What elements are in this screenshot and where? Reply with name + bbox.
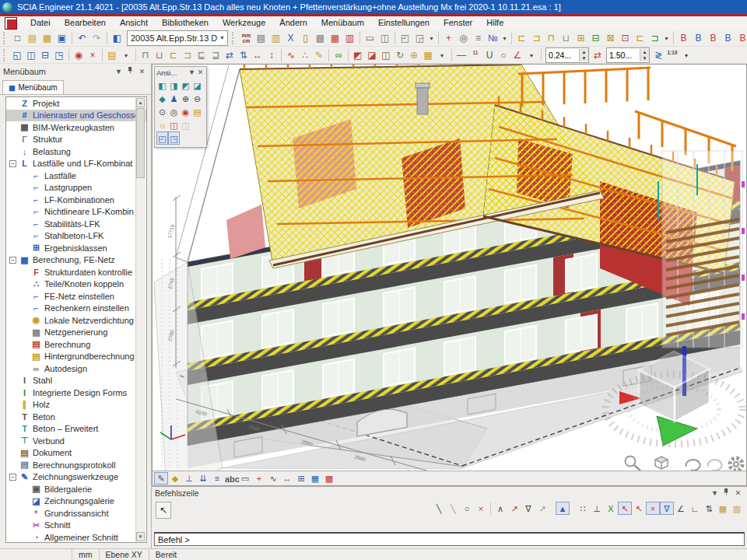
menu-werkzeuge[interactable]: Werkzeuge xyxy=(216,16,272,30)
tree-item-berechnung[interactable]: ▤Berechnung xyxy=(6,338,146,351)
angle-tool-button[interactable]: ∠ xyxy=(510,48,524,62)
snap-midpoint-button[interactable]: ∇ xyxy=(521,502,535,515)
swap-orientation-button[interactable]: ⇄ xyxy=(591,48,605,62)
zoom-window-button[interactable]: ⊙ xyxy=(156,105,168,118)
tree-item-stahlbeton-lfk[interactable]: ⌐Stahlbeton-LFK xyxy=(6,230,146,243)
snap-arc-button[interactable]: ○ xyxy=(460,502,474,515)
tree-item-teile-knoten-koppeln[interactable]: ∴Teile/Knoten koppeln xyxy=(6,278,146,291)
scroll-up-icon[interactable]: ▲ xyxy=(136,98,145,107)
tree-item-stahl[interactable]: IStahl xyxy=(6,375,146,387)
window-split-h-button[interactable]: ◫ xyxy=(24,48,38,62)
snap-bisect-button[interactable]: ∟ xyxy=(688,502,702,515)
open-project-button[interactable]: ▤ xyxy=(25,31,40,45)
tree-item-verbund[interactable]: ⊤Verbund xyxy=(6,435,146,447)
grid-button[interactable]: ⊞ xyxy=(294,472,308,485)
profile-u-button[interactable]: U xyxy=(482,48,496,62)
drag-handle[interactable] xyxy=(3,49,8,61)
track-cursor-button[interactable]: ▲ xyxy=(556,502,570,515)
save-as-button[interactable]: ▦ xyxy=(40,31,54,45)
results-table-button[interactable]: ▦ xyxy=(328,31,342,45)
binoculars-button[interactable]: ∞ xyxy=(331,48,345,62)
member-op-4-button[interactable]: ⊐ xyxy=(181,48,195,62)
fe-mesh-button[interactable]: ▩ xyxy=(313,31,328,45)
member-op-5-button[interactable]: ⊑ xyxy=(195,48,209,62)
frame-tool-10-button[interactable]: ⊐ xyxy=(647,31,662,45)
tree-item-strukturdaten-kontrollie[interactable]: FStrukturdaten kontrollie xyxy=(6,266,146,278)
tree-item-allgemeiner-schnitt[interactable]: ◔Allgemeiner Schnitt xyxy=(6,531,146,543)
tree-item-linienraster-und-geschosse[interactable]: #Linienraster und Geschosse xyxy=(6,110,146,122)
view-x-button[interactable]: ◧ xyxy=(156,79,168,92)
snap-size-spinner[interactable]: 0.24... ▲▼ xyxy=(545,47,589,63)
panel-dropdown-icon[interactable]: ▼ xyxy=(113,66,124,77)
clip-box-off-button[interactable]: ◫ xyxy=(180,118,191,131)
spinner-arrows[interactable]: ▲▼ xyxy=(579,49,588,61)
view-save-button[interactable]: ◳ xyxy=(168,131,180,145)
frame-dropdown[interactable]: ▾ xyxy=(662,31,671,45)
tree-item-lastgruppen[interactable]: ⌐Lastgruppen xyxy=(6,182,146,194)
rotate-icon[interactable] xyxy=(686,460,700,471)
model-3d[interactable]: 1771027452780 41002590259025902740 xyxy=(153,65,746,471)
undo-button[interactable]: ↶ xyxy=(75,31,89,45)
new-project-button[interactable]: □ xyxy=(10,31,25,45)
save-button[interactable]: ▣ xyxy=(54,31,69,45)
gallery-dropdown[interactable]: ▾ xyxy=(427,31,436,45)
wireframe-button[interactable]: ✎ xyxy=(154,472,168,485)
array-op-button[interactable]: ▦ xyxy=(421,48,435,62)
project-browser-button[interactable]: ◧ xyxy=(110,31,124,45)
deformed-button[interactable]: ↔ xyxy=(280,472,294,485)
picture-edit-button[interactable]: ◲ xyxy=(412,31,427,45)
scroll-down-icon[interactable]: ▼ xyxy=(136,532,145,541)
frame-tool-2-button[interactable]: ⊐ xyxy=(529,31,544,45)
code-check-2-button[interactable]: B xyxy=(691,31,706,45)
scale-spinner[interactable]: 1.50... ▲▼ xyxy=(606,47,650,63)
snap-cross-button[interactable]: × xyxy=(646,502,660,515)
member-op-7-button[interactable]: ⇄ xyxy=(223,48,237,62)
code-check-4-button[interactable]: B xyxy=(721,31,735,45)
befehl-dropdown-icon[interactable]: ▼ xyxy=(709,488,721,499)
menu-ansicht[interactable]: Ansicht xyxy=(113,16,155,30)
collapse-icon[interactable]: − xyxy=(9,160,16,167)
layers-button[interactable]: ▤ xyxy=(254,31,268,45)
zoom-cube-icon[interactable] xyxy=(626,457,641,471)
frame-tool-1-button[interactable]: ⊏ xyxy=(514,31,529,45)
tree-item-dokument[interactable]: ▤Dokument xyxy=(6,447,146,460)
tree-item-struktur[interactable]: ΓStruktur xyxy=(6,134,146,146)
coord-system-button[interactable]: X xyxy=(283,31,298,45)
clip-box-button[interactable]: ◫ xyxy=(168,118,180,131)
tree-item-netzgenerierung[interactable]: ▩Netzgenerierung xyxy=(6,327,146,339)
snap-node-button[interactable]: ↖ xyxy=(618,502,632,515)
stretch-button[interactable]: ⊕ xyxy=(407,48,421,62)
input-table-button[interactable]: ▥ xyxy=(342,31,357,45)
detail-view-button[interactable]: ◎ xyxy=(456,31,471,45)
window-split-v-button[interactable]: ⊟ xyxy=(38,48,52,62)
light-button[interactable]: ☼ xyxy=(156,118,168,131)
rotate-light-icon[interactable] xyxy=(708,460,722,471)
frame-tool-8-button[interactable]: ⊡ xyxy=(618,31,633,45)
mirror-button[interactable]: ◫ xyxy=(379,48,393,62)
view-z-button[interactable]: ◩ xyxy=(180,79,191,92)
move-copy-button[interactable]: ◩ xyxy=(351,48,365,62)
cursor-mode-button[interactable]: ↖ xyxy=(156,502,171,519)
picture-gallery-button[interactable]: ◰ xyxy=(398,31,412,45)
project-combo[interactable]: 20035 Alt.Epp.Str.13 Dach alles neu Knot… xyxy=(127,30,228,46)
menu-datei[interactable]: Datei xyxy=(23,16,58,30)
window-cascade-button[interactable]: ◳ xyxy=(52,48,66,62)
view-flags-button[interactable]: ◉ xyxy=(72,48,86,62)
activity-button[interactable]: ▥ xyxy=(268,31,283,45)
settings-gear-icon[interactable] xyxy=(730,458,742,471)
line-tool-button[interactable]: — xyxy=(454,48,468,62)
snap-perp-button[interactable]: ∇ xyxy=(660,502,674,515)
member-op-2-button[interactable]: ⊔ xyxy=(153,48,167,62)
tree-item-lf-kombinationen[interactable]: ⌐LF-Kombinationen xyxy=(6,194,146,206)
rendered-button[interactable]: ◆ xyxy=(168,472,182,485)
cube-view-icon[interactable] xyxy=(655,457,668,469)
connect-members-button[interactable]: ∿ xyxy=(284,48,298,62)
system-lines-button[interactable]: ∿ xyxy=(266,472,280,485)
tree-item-bildergalerie[interactable]: ▣Bildergalerie xyxy=(6,483,146,495)
numbering-button[interactable]: № xyxy=(486,31,500,45)
print-preview-button[interactable]: ◫ xyxy=(377,31,392,45)
redo-button[interactable]: ↷ xyxy=(89,31,104,45)
member-op-1-button[interactable]: ⊓ xyxy=(139,48,153,62)
view-manager-button[interactable]: ▤ xyxy=(191,105,203,118)
snap-node-mid-button[interactable]: ↖ xyxy=(632,502,646,515)
